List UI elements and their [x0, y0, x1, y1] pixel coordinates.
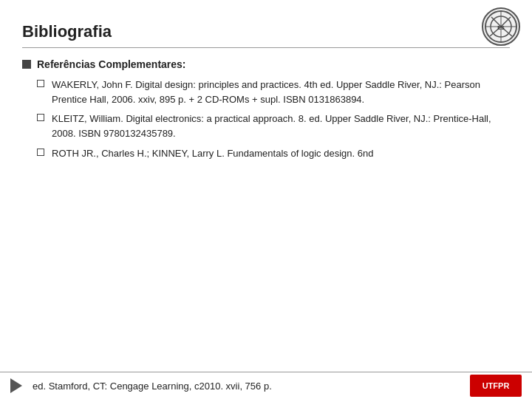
- bottom-text: ed. Stamford, CT: Cengage Learning, c201…: [33, 381, 470, 392]
- page-container: ES Bibliografia Referências Complementar…: [0, 0, 532, 399]
- utfpr-logo: UTFPR: [470, 375, 522, 397]
- section-bullet-icon: [22, 60, 31, 69]
- page-title: Bibliografia: [22, 22, 510, 41]
- title-divider: [22, 47, 510, 48]
- ref-bullet-icon: [37, 149, 44, 156]
- bottom-bar: ed. Stamford, CT: Cengage Learning, c201…: [0, 372, 532, 399]
- ref-bullet-icon: [37, 80, 44, 87]
- reference-list: WAKERLY, John F. Digital design: princip…: [22, 78, 510, 161]
- list-item: ROTH JR., Charles H.; KINNEY, Larry L. F…: [22, 146, 510, 161]
- svg-text:ES: ES: [497, 25, 505, 30]
- logo-area: ES: [479, 6, 523, 47]
- list-item: WAKERLY, John F. Digital design: princip…: [22, 78, 510, 107]
- ref-text: ROTH JR., Charles H.; KINNEY, Larry L. F…: [52, 146, 373, 161]
- list-item: KLEITZ, William. Digital electronics: a …: [22, 112, 510, 141]
- top-logo: ES: [482, 7, 520, 46]
- ref-text: KLEITZ, William. Digital electronics: a …: [52, 112, 510, 141]
- nav-arrow-icon[interactable]: [10, 378, 22, 393]
- section-header: Referências Complementares:: [22, 58, 510, 70]
- ref-text: WAKERLY, John F. Digital design: princip…: [52, 78, 510, 107]
- ref-bullet-icon: [37, 114, 44, 121]
- section-title: Referências Complementares:: [37, 58, 186, 70]
